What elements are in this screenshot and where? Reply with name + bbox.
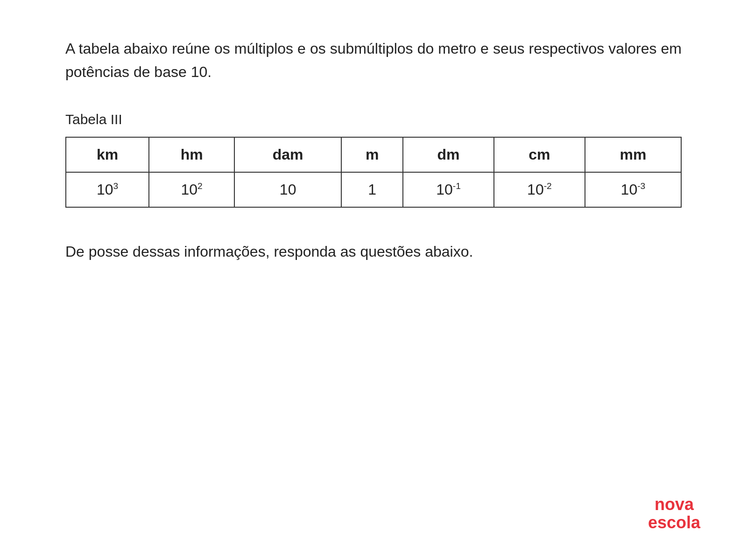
brand-logo: nova escola [648, 495, 700, 532]
header-dam: dam [234, 137, 341, 172]
header-km: km [66, 137, 149, 172]
cell-mm: 10-3 [585, 172, 681, 207]
table-header-row: km hm dam m dm cm mm [66, 137, 681, 172]
conclusion-paragraph: De posse dessas informações, responda as… [65, 240, 682, 264]
brand-line2: escola [648, 513, 700, 532]
cell-hm: 102 [149, 172, 234, 207]
cell-km: 103 [66, 172, 149, 207]
cell-cm: 10-2 [494, 172, 585, 207]
units-table: km hm dam m dm cm mm 103 102 10 1 10-1 1… [65, 137, 682, 208]
header-cm: cm [494, 137, 585, 172]
cell-dm: 10-1 [403, 172, 494, 207]
table-data-row: 103 102 10 1 10-1 10-2 10-3 [66, 172, 681, 207]
cell-m: 1 [341, 172, 403, 207]
header-m: m [341, 137, 403, 172]
table-label: Tabela III [65, 112, 682, 127]
header-hm: hm [149, 137, 234, 172]
brand-line1: nova [648, 495, 700, 514]
header-dm: dm [403, 137, 494, 172]
header-mm: mm [585, 137, 681, 172]
cell-dam: 10 [234, 172, 341, 207]
intro-paragraph: A tabela abaixo reúne os múltiplos e os … [65, 37, 682, 84]
